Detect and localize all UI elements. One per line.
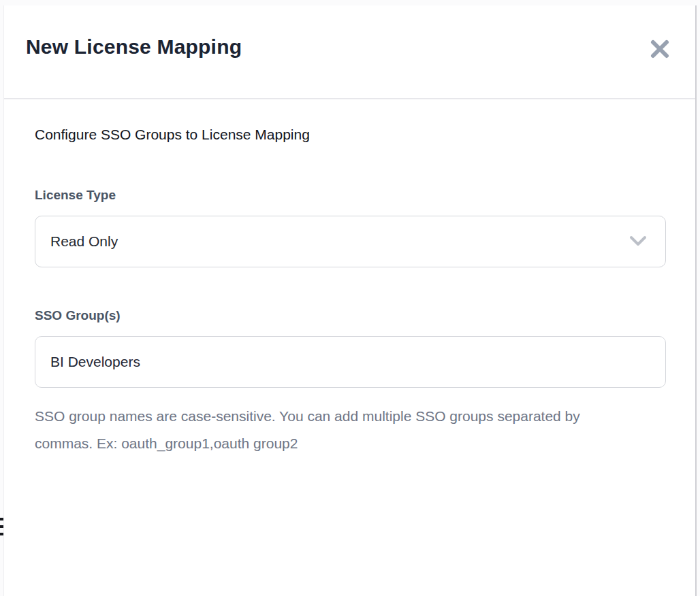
chevron-down-icon: [629, 235, 648, 248]
new-license-mapping-dialog: New License Mapping Configure SSO Groups…: [3, 5, 697, 596]
close-button[interactable]: [646, 35, 673, 63]
close-icon: [650, 39, 670, 59]
sso-groups-label: SSO Group(s): [35, 308, 665, 323]
sso-groups-help-text: SSO group names are case-sensitive. You …: [35, 403, 610, 457]
dialog-description: Configure SSO Groups to License Mapping: [35, 127, 665, 143]
license-type-label: License Type: [35, 188, 665, 203]
license-type-selected-value: Read Only: [50, 233, 118, 250]
dialog-body: Configure SSO Groups to License Mapping …: [4, 99, 695, 457]
license-type-field: License Type Read Only: [35, 188, 665, 267]
license-type-select[interactable]: Read Only: [35, 216, 666, 267]
sso-groups-field: SSO Group(s) SSO group names are case-se…: [35, 308, 665, 457]
dialog-title: New License Mapping: [26, 35, 242, 59]
dialog-header: New License Mapping: [4, 5, 695, 99]
sso-groups-input[interactable]: [35, 336, 666, 388]
